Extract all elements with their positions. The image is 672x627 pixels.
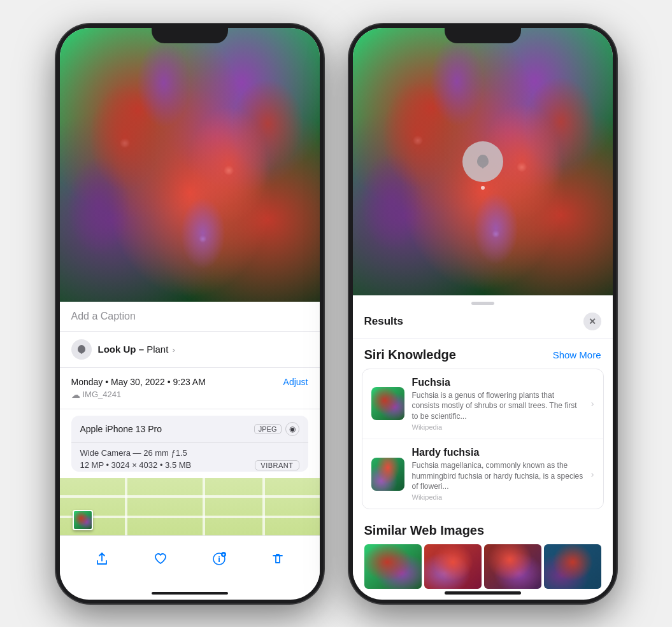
camera-row: Wide Camera — 26 mm ƒ1.5 12 MP • 3024 × …	[71, 443, 308, 472]
delete-button[interactable]	[264, 545, 292, 573]
knowledge-item-hardy[interactable]: Hardy fuchsia Fuchsia magellanica, commo…	[362, 439, 603, 509]
fuchsia-source: Wikipedia	[412, 423, 583, 431]
fuchsia-thumbnail	[371, 387, 404, 420]
map-road-h2	[60, 516, 320, 518]
results-title: Results	[364, 315, 403, 328]
phone-2-screen: Results ✕ Siri Knowledge Show More Fuchs…	[353, 28, 613, 600]
photo-hero[interactable]	[60, 28, 320, 302]
map-preview[interactable]	[60, 478, 320, 535]
share-icon	[95, 552, 109, 566]
map-road-v1	[125, 478, 127, 535]
meta-filename: IMG_4241	[83, 390, 122, 399]
svg-text:✦: ✦	[222, 553, 225, 557]
trash-icon	[271, 552, 285, 566]
map-road-v2	[203, 478, 205, 535]
home-indicator-1	[152, 592, 228, 594]
siri-dot	[481, 186, 485, 190]
favorite-button[interactable]	[147, 545, 175, 573]
web-image-4[interactable]	[544, 544, 601, 589]
cloud-icon: ☁	[71, 390, 80, 400]
lookup-row[interactable]: Look Up – Plant ›	[60, 332, 320, 368]
phone-1-screen: Add a Caption Look Up – Plant › Monday •…	[60, 28, 320, 600]
results-handle	[471, 302, 494, 305]
knowledge-item-fuchsia[interactable]: Fuchsia Fuchsia is a genus of flowering …	[362, 369, 603, 439]
device-section: Apple iPhone 13 Pro JPEG ◉ Wide Camera —…	[71, 416, 308, 472]
knowledge-card: Fuchsia Fuchsia is a genus of flowering …	[362, 369, 604, 510]
meta-date: Monday • May 30, 2022 • 9:23 AM	[71, 377, 206, 387]
map-road-h1	[60, 495, 320, 498]
lookup-icon-wrap	[71, 339, 92, 360]
map-pin-thumb	[74, 511, 92, 529]
siri-visual-button[interactable]	[462, 141, 503, 182]
lookup-chevron: ›	[173, 345, 175, 355]
results-panel: Results ✕ Siri Knowledge Show More Fuchs…	[353, 295, 613, 591]
device-row: Apple iPhone 13 Pro JPEG ◉	[71, 416, 308, 443]
leaf-icon	[76, 344, 87, 355]
web-image-1[interactable]	[364, 544, 422, 589]
siri-leaf-icon	[473, 152, 492, 171]
phone-notch-1	[152, 24, 228, 43]
home-indicator-2	[445, 591, 521, 595]
jpeg-badge: JPEG	[254, 424, 282, 434]
map-road-v3	[262, 478, 265, 535]
web-images-title: Similar Web Images	[364, 523, 601, 538]
flower-overlay	[60, 28, 320, 302]
hardy-name: Hardy fuchsia	[412, 447, 583, 458]
phone-notch-2	[445, 24, 521, 43]
svg-text:i: i	[218, 554, 220, 564]
hardy-content: Hardy fuchsia Fuchsia magellanica, commo…	[412, 447, 583, 501]
lookup-label-bold: Look Up –	[98, 344, 147, 355]
fuchsia-content: Fuchsia Fuchsia is a genus of flowering …	[412, 377, 583, 431]
hardy-thumbnail	[371, 458, 404, 491]
fuchsia-thumb-bg	[371, 387, 404, 420]
web-image-3[interactable]	[484, 544, 541, 589]
meta-filename-row: ☁ IMG_4241	[71, 390, 308, 400]
fuchsia-description: Fuchsia is a genus of flowering plants t…	[412, 390, 583, 422]
close-button[interactable]: ✕	[583, 313, 601, 330]
hardy-chevron: ›	[591, 469, 594, 479]
info-button[interactable]: i ✦	[205, 545, 233, 573]
mp-text: 12 MP • 3024 × 4032 • 3.5 MB	[80, 460, 192, 470]
show-more-button[interactable]: Show More	[553, 349, 601, 360]
web-image-2[interactable]	[424, 544, 482, 589]
vibrant-badge: VIBRANT	[255, 460, 299, 470]
hardy-thumb-bg	[371, 458, 404, 491]
device-name: Apple iPhone 13 Pro	[80, 424, 162, 434]
hardy-description: Fuchsia magellanica, commonly known as t…	[412, 460, 583, 492]
hardy-source: Wikipedia	[412, 493, 583, 501]
phone-1: Add a Caption Look Up – Plant › Monday •…	[56, 24, 324, 603]
caption-placeholder[interactable]: Add a Caption	[71, 311, 136, 321]
lookup-label-regular: Plant	[147, 344, 168, 355]
fuchsia-name: Fuchsia	[412, 377, 583, 388]
mp-row: 12 MP • 3024 × 4032 • 3.5 MB VIBRANT	[80, 460, 299, 472]
fuchsia-chevron: ›	[591, 398, 594, 409]
siri-knowledge-title: Siri Knowledge	[364, 348, 456, 362]
adjust-button[interactable]: Adjust	[283, 377, 308, 387]
meta-date-row: Monday • May 30, 2022 • 9:23 AM Adjust	[71, 377, 308, 387]
siri-knowledge-header: Siri Knowledge Show More	[353, 339, 613, 369]
camera-info: Wide Camera — 26 mm ƒ1.5	[80, 448, 299, 458]
share-button[interactable]	[88, 545, 116, 573]
web-images-section: Similar Web Images	[353, 514, 613, 591]
results-header: Results ✕	[353, 309, 613, 339]
web-images-row	[364, 544, 601, 589]
heart-icon	[154, 552, 168, 566]
phone-2: Results ✕ Siri Knowledge Show More Fuchs…	[349, 24, 617, 603]
results-photo	[353, 28, 613, 295]
device-badges: JPEG ◉	[254, 422, 299, 436]
info-sparkle-icon: i ✦	[211, 551, 227, 567]
location-icon: ◉	[285, 422, 299, 436]
caption-area[interactable]: Add a Caption	[60, 302, 320, 332]
meta-section: Monday • May 30, 2022 • 9:23 AM Adjust ☁…	[60, 368, 320, 409]
lookup-label[interactable]: Look Up – Plant ›	[98, 344, 175, 355]
bottom-toolbar: i ✦	[60, 535, 320, 592]
map-photo-pin	[73, 510, 93, 530]
